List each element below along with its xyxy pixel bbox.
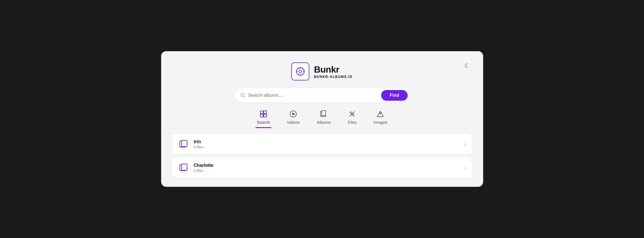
svg-rect-26 xyxy=(181,140,187,147)
tab-search[interactable]: Search xyxy=(257,110,270,128)
files-tab-icon xyxy=(348,110,356,118)
brand-text: Bunkr BUNKR-ALBUMS.IO xyxy=(314,64,352,79)
content-area: trin 6 files › Charlotte 2 files › xyxy=(161,128,483,187)
svg-point-6 xyxy=(297,69,298,69)
svg-point-3 xyxy=(300,74,301,75)
item-info: trin 6 files xyxy=(194,139,465,149)
svg-rect-19 xyxy=(322,111,326,116)
brand-subtitle: BUNKR-ALBUMS.IO xyxy=(314,75,352,79)
videos-tab-icon xyxy=(290,110,297,118)
albums-tab-icon xyxy=(320,110,327,118)
images-tab-icon xyxy=(377,110,384,118)
tab-videos[interactable]: Videos xyxy=(287,110,300,128)
item-info: Charlotte 2 files xyxy=(194,163,465,173)
item-album-icon xyxy=(178,138,189,150)
svg-point-24 xyxy=(380,113,381,114)
brand: Bunkr BUNKR-ALBUMS.IO xyxy=(291,62,352,80)
dark-mode-button[interactable]: ☾ xyxy=(463,61,472,71)
tab-search-label: Search xyxy=(257,120,270,125)
search-input[interactable] xyxy=(248,93,381,98)
svg-point-9 xyxy=(297,73,298,74)
chevron-right-icon: › xyxy=(465,141,466,147)
chevron-right-icon: › xyxy=(465,165,466,171)
svg-point-1 xyxy=(299,70,302,73)
find-button[interactable]: Find xyxy=(381,90,408,101)
svg-point-5 xyxy=(303,71,304,72)
tab-images[interactable]: Images xyxy=(374,110,387,128)
svg-point-4 xyxy=(296,71,297,72)
svg-point-0 xyxy=(296,68,304,75)
tab-images-label: Images xyxy=(374,120,387,125)
svg-line-20 xyxy=(350,112,354,116)
svg-rect-15 xyxy=(264,114,267,117)
item-name: Charlotte xyxy=(194,163,465,168)
brand-name: Bunkr xyxy=(314,64,352,75)
svg-rect-28 xyxy=(181,164,187,170)
header: ☾ Bunkr BUNKR-ALBUMS.IO xyxy=(161,51,483,128)
tab-files-label: Files xyxy=(348,120,357,125)
item-count: 2 files xyxy=(194,169,465,173)
list-item[interactable]: Charlotte 2 files › xyxy=(172,158,472,178)
svg-rect-13 xyxy=(264,111,267,114)
svg-line-11 xyxy=(244,96,245,98)
svg-point-7 xyxy=(302,73,303,74)
svg-point-8 xyxy=(302,69,303,69)
item-album-icon xyxy=(178,162,189,173)
app-window: ☾ Bunkr BUNKR-ALBUMS.IO xyxy=(161,51,483,187)
svg-rect-12 xyxy=(260,111,263,114)
svg-marker-17 xyxy=(292,113,295,115)
svg-point-2 xyxy=(300,68,301,69)
item-count: 6 files xyxy=(194,145,465,149)
tab-albums-label: Albums xyxy=(317,120,331,125)
tab-albums[interactable]: Albums xyxy=(317,110,331,128)
search-icon xyxy=(240,93,245,98)
tab-files[interactable]: Files xyxy=(348,110,357,128)
search-bar: Find xyxy=(235,88,409,102)
logo-icon xyxy=(294,65,307,78)
list-item[interactable]: trin 6 files › xyxy=(172,134,472,154)
search-tab-icon xyxy=(260,110,267,118)
tab-videos-label: Videos xyxy=(287,120,300,125)
item-name: trin xyxy=(194,139,465,144)
svg-rect-14 xyxy=(260,114,263,117)
logo-box xyxy=(291,62,309,80)
tabs-bar: Search Videos Albums xyxy=(257,110,387,128)
